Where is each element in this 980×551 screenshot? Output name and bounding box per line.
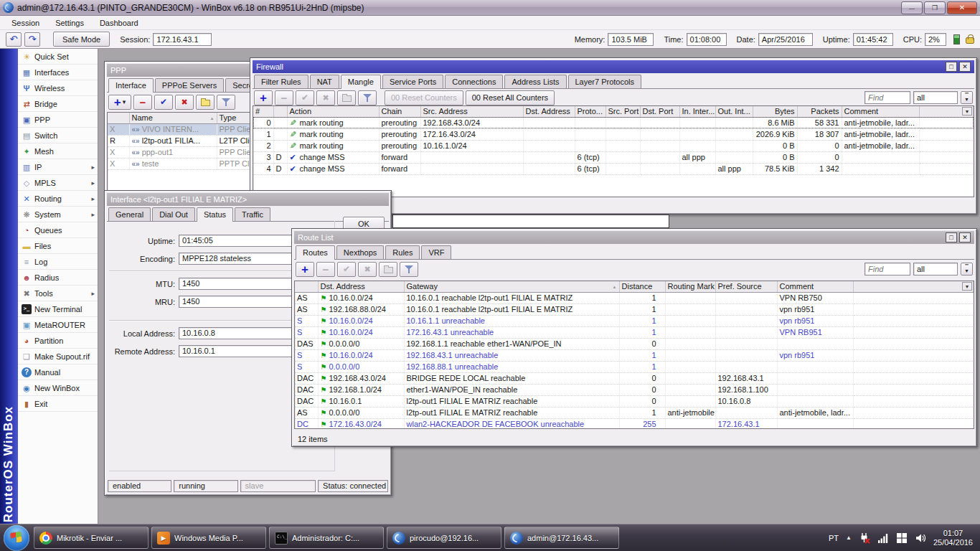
minimize-button[interactable]: [901, 1, 923, 14]
enable-button[interactable]: [296, 90, 314, 105]
route-list-tab[interactable]: Routes: [296, 245, 335, 260]
maximize-button[interactable]: □: [946, 62, 957, 72]
maximize-button[interactable]: □: [946, 232, 957, 242]
find-input[interactable]: [864, 263, 910, 276]
route-row[interactable]: DC 172.16.43.0/24 wlan2-HACKEADOR DE FAC…: [295, 418, 974, 429]
session-input[interactable]: 172.16.43.1: [153, 33, 212, 46]
sidebar-item-tools[interactable]: ✖ Tools ▸: [18, 286, 98, 301]
firewall-tab[interactable]: Mangle: [341, 75, 381, 89]
route-row[interactable]: DAC 192.168.1.0/24 ether1-WAN/POE_IN rea…: [295, 384, 974, 395]
firewall-tab[interactable]: NAT: [310, 75, 339, 88]
redo-button[interactable]: ↷: [24, 32, 40, 47]
column-header-name[interactable]: Name: [129, 113, 217, 123]
column-header-flags[interactable]: [273, 106, 287, 117]
menu-item[interactable]: Session: [4, 17, 47, 29]
sidebar-item-routing[interactable]: ✕ Routing ▸: [18, 191, 98, 207]
sidebar-item-exit[interactable]: ▮ Exit: [18, 396, 98, 412]
route-list-title-bar[interactable]: Route List □ ✕: [294, 231, 974, 244]
disable-button[interactable]: [358, 262, 377, 277]
disable-button[interactable]: [175, 95, 194, 110]
taskbar-button-wmp[interactable]: Windows Media P...: [151, 527, 266, 549]
firewall-tab[interactable]: Layer7 Protocols: [568, 75, 642, 88]
menu-item[interactable]: Dashboard: [93, 17, 146, 29]
taskbar-button-winbox-2[interactable]: admin@172.16.43...: [504, 527, 619, 549]
column-header-pref-source[interactable]: Pref. Source: [715, 281, 777, 292]
windows-grid-icon[interactable]: [896, 532, 908, 544]
sidebar-item-manual[interactable]: ? Manual: [18, 364, 98, 380]
column-header-out-interface[interactable]: Out. Int...: [715, 106, 753, 117]
ppp-tab[interactable]: Interface: [108, 78, 154, 93]
sidebar-item-radius[interactable]: ☻ Radius: [18, 270, 98, 286]
route-row[interactable]: AS 0.0.0.0/0 l2tp-out1 FILIAL E MATRIZ r…: [295, 407, 974, 418]
find-input[interactable]: [864, 91, 910, 104]
firewall-tab[interactable]: Address Lists: [504, 75, 566, 88]
route-row[interactable]: DAC 192.168.43.0/24 BRIDGE REDE LOCAL re…: [295, 372, 974, 384]
firewall-title-bar[interactable]: Firewall □ ✕: [253, 60, 974, 73]
route-list-tab[interactable]: Nexthops: [336, 245, 384, 259]
add-button[interactable]: [254, 90, 273, 105]
sidebar-item-files[interactable]: ▬ Files: [18, 238, 98, 254]
remove-button[interactable]: [133, 95, 152, 110]
remove-button[interactable]: [275, 90, 293, 105]
column-header-action[interactable]: Action: [287, 106, 379, 117]
firewall-tab[interactable]: Filter Rules: [254, 75, 308, 88]
route-row[interactable]: AS 192.168.88.0/24 10.16.0.1 reachable l…: [295, 303, 974, 315]
sidebar-item-interfaces[interactable]: ▦ Interfaces: [18, 65, 98, 80]
sidebar-item-switch[interactable]: ▤ Switch: [18, 128, 98, 143]
route-row[interactable]: S 0.0.0.0/0 192.168.88.1 unreachable 1: [295, 361, 974, 372]
sidebar-item-mesh[interactable]: ✦ Mesh: [18, 143, 98, 159]
taskbar-button-chrome[interactable]: Mikrotik - Enviar ...: [34, 527, 149, 549]
sidebar-item-metarouter[interactable]: ▣ MetaROUTER: [18, 317, 98, 333]
filter-button[interactable]: [217, 95, 235, 110]
undo-button[interactable]: ↶: [6, 32, 22, 47]
column-header-distance[interactable]: Distance: [619, 281, 665, 292]
column-header-src-address[interactable]: Src. Address: [420, 106, 523, 117]
sidebar-item-ppp[interactable]: ▣ PPP: [18, 112, 98, 128]
comment-button[interactable]: [379, 262, 397, 277]
route-list-tab[interactable]: Rules: [385, 245, 420, 259]
interface-dialog-tab[interactable]: Traffic: [235, 207, 270, 221]
add-button[interactable]: [108, 95, 131, 110]
enable-button[interactable]: [154, 95, 173, 110]
filter-select[interactable]: all: [913, 263, 958, 276]
firewall-tab[interactable]: Service Ports: [382, 75, 443, 88]
route-row[interactable]: S 10.16.0.0/24 172.16.43.1 unreachable 1…: [295, 326, 974, 338]
firewall-rule-row[interactable]: 3 D change MSS forward 6 (tcp) all ppp 0: [253, 151, 974, 163]
column-header-routing-mark[interactable]: Routing Mark: [665, 281, 715, 292]
sidebar-item-partition[interactable]: ◕ Partition: [18, 333, 98, 349]
interface-dialog-tab[interactable]: General: [108, 207, 151, 221]
sidebar-item-bridge[interactable]: ⇄ Bridge: [18, 96, 98, 112]
column-header-protocol[interactable]: Proto...: [575, 106, 606, 117]
filter-dropdown-button[interactable]: [961, 91, 973, 104]
interface-dialog-tab[interactable]: Status: [197, 207, 233, 222]
column-header-dst-address[interactable]: Dst. Address: [318, 281, 404, 292]
firewall-rule-row[interactable]: 4 D change MSS forward 6 (tcp) all ppp 7…: [253, 163, 974, 174]
column-header-in-interface[interactable]: In. Inter...: [679, 106, 715, 117]
volume-icon[interactable]: [915, 532, 926, 544]
add-button[interactable]: [296, 262, 314, 277]
sidebar-item-quick-set[interactable]: ✳ Quick Set: [18, 49, 98, 65]
column-header-comment[interactable]: Comment: [842, 106, 919, 117]
filter-button[interactable]: [400, 262, 418, 277]
column-chooser-dropdown[interactable]: ▼: [962, 107, 972, 116]
column-header-packets[interactable]: Packets: [797, 106, 842, 117]
sidebar-item-system[interactable]: ❋ System ▸: [18, 207, 98, 222]
firewall-tab[interactable]: Connections: [445, 75, 503, 88]
sidebar-item-wireless[interactable]: Ψ Wireless: [18, 80, 98, 96]
column-header-src-port[interactable]: Src. Port: [606, 106, 640, 117]
route-row[interactable]: S 10.16.0.0/24 10.16.1.1 unreachable 1 v…: [295, 315, 974, 326]
route-row[interactable]: DAC 10.16.0.1 l2tp-out1 FILIAL E MATRIZ …: [295, 395, 974, 407]
language-indicator[interactable]: PT: [829, 534, 839, 542]
filter-dropdown-button[interactable]: [961, 263, 973, 276]
column-chooser-dropdown[interactable]: ▼: [962, 282, 972, 291]
column-header-comment[interactable]: Comment: [777, 281, 853, 292]
column-header-bytes[interactable]: Bytes: [753, 106, 797, 117]
safe-mode-button[interactable]: Safe Mode: [53, 32, 110, 47]
taskbar-clock[interactable]: 01:07 25/04/2016: [933, 529, 973, 547]
sidebar-item-new-winbox[interactable]: ◉ New WinBox: [18, 380, 98, 396]
column-header-flags[interactable]: [295, 281, 318, 292]
sidebar-item-new-terminal[interactable]: >_ New Terminal: [18, 301, 98, 317]
interface-dialog-title-bar[interactable]: Interface <l2tp-out1 FILIAL E MATRIZ>: [107, 193, 389, 206]
sidebar-item-mpls[interactable]: ◇ MPLS ▸: [18, 175, 98, 191]
firewall-rule-row[interactable]: 2 mark routing prerouting 10.16.1.0/24: [253, 140, 974, 151]
